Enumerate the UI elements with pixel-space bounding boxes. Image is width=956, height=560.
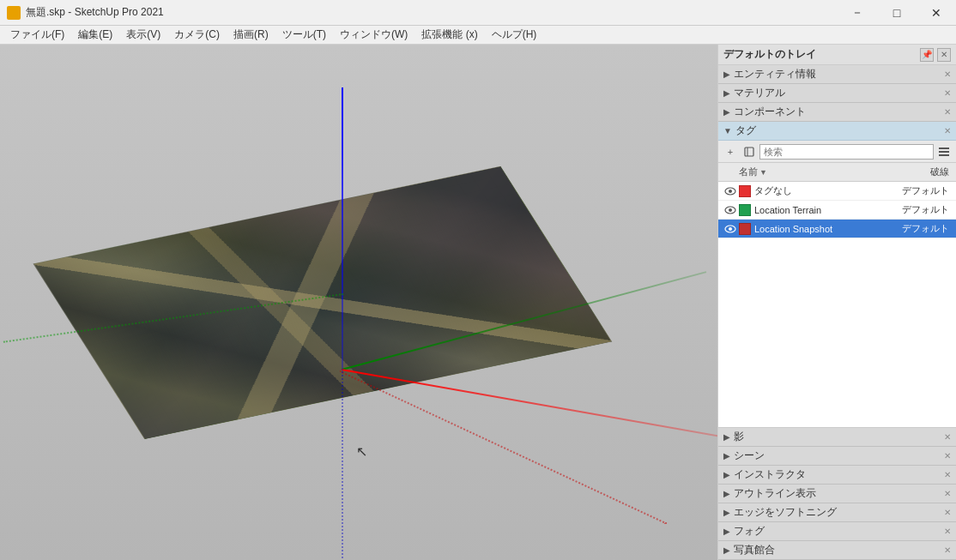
section-material[interactable]: ▶ マテリアル ✕: [718, 84, 956, 103]
main-layout: ↖ デフォルトのトレイ 📌 ✕ ▶ エンティティ情報 ✕ ▶ マテリアル ✕ ▶…: [0, 45, 956, 560]
menu-item-h[interactable]: ヘルプ(H): [485, 26, 544, 44]
section-label: コンポーネント: [734, 105, 944, 119]
section-label: エンティティ情報: [734, 67, 944, 81]
app-icon: [7, 6, 21, 20]
section-close-icon[interactable]: ✕: [944, 527, 951, 536]
section-close-icon[interactable]: ✕: [944, 508, 951, 517]
section-label: 影: [734, 430, 944, 444]
tag-color-swatch: [739, 204, 751, 216]
section-instructor[interactable]: ▶ インストラクタ ✕: [718, 466, 956, 485]
tray-close-button[interactable]: ✕: [937, 48, 951, 62]
add-tag-button[interactable]: +: [722, 143, 739, 160]
arrow-icon: ▶: [723, 432, 730, 442]
right-panel: デフォルトのトレイ 📌 ✕ ▶ エンティティ情報 ✕ ▶ マテリアル ✕ ▶ コ…: [717, 45, 956, 560]
section-close-icon[interactable]: ✕: [944, 489, 951, 498]
eye-icon: [724, 187, 736, 196]
dashed-column-header: 破線: [901, 166, 953, 178]
menu-item-w[interactable]: ウィンドウ(W): [333, 26, 414, 44]
arrow-icon: ▶: [723, 527, 730, 536]
section-close-icon[interactable]: ✕: [944, 126, 951, 135]
name-col-label: 名前: [739, 166, 758, 178]
tag-color-swatch: [739, 185, 751, 197]
viewport[interactable]: ↖: [0, 45, 717, 560]
section-photo[interactable]: ▶ 写真館合 ✕: [718, 541, 956, 560]
section-close-icon[interactable]: ✕: [944, 432, 951, 442]
section-entity-info[interactable]: ▶ エンティティ情報 ✕: [718, 65, 956, 84]
tags-header[interactable]: ▼ タグ ✕: [718, 122, 956, 141]
arrow-icon: ▶: [723, 545, 730, 555]
tag-settings-button[interactable]: [935, 143, 953, 160]
section-close-icon[interactable]: ✕: [944, 545, 951, 555]
title-left: 無題.skp - SketchUp Pro 2021: [0, 5, 164, 20]
arrow-icon: ▶: [723, 508, 730, 517]
visibility-eye-icon[interactable]: [722, 206, 739, 214]
section-close-icon[interactable]: ✕: [944, 69, 951, 79]
menu-item-r[interactable]: 描画(R): [227, 26, 275, 44]
sort-arrow-icon: ▼: [759, 168, 767, 177]
tray-header: デフォルトのトレイ 📌 ✕: [718, 45, 956, 65]
menu-bar: ファイル(F)編集(E)表示(V)カメラ(C)描画(R)ツール(T)ウィンドウ(…: [0, 26, 956, 45]
section-label: 写真館合: [734, 543, 944, 557]
arrow-icon: ▶: [723, 69, 730, 79]
tags-column-header: 名前 ▼ 破線: [718, 163, 956, 182]
svg-point-6: [729, 190, 732, 193]
tag-icon: [743, 146, 755, 158]
tags-section-label: タグ: [735, 123, 944, 138]
section-label: フォグ: [734, 524, 944, 539]
arrow-icon: ▶: [723, 470, 730, 479]
arrow-icon: ▶: [723, 451, 730, 461]
section-softening[interactable]: ▶ エッジをソフトニング ✕: [718, 503, 956, 522]
section-label: アウトライン表示: [734, 486, 944, 501]
bottom-sections: ▶ 影 ✕ ▶ シーン ✕ ▶ インストラクタ ✕ ▶ アウトライン表示 ✕ ▶: [718, 427, 956, 560]
section-component[interactable]: ▶ コンポーネント ✕: [718, 103, 956, 122]
tag-menu-button[interactable]: [741, 143, 758, 160]
menu-item-e[interactable]: 編集(E): [71, 26, 119, 44]
section-label: インストラクタ: [734, 467, 944, 482]
section-shadow[interactable]: ▶ 影 ✕: [718, 428, 956, 447]
visibility-eye-icon[interactable]: [722, 187, 739, 196]
tag-name: Location Snapshot: [754, 224, 901, 234]
section-close-icon[interactable]: ✕: [944, 451, 951, 461]
menu-item-f[interactable]: ファイル(F): [3, 26, 71, 44]
svg-rect-2: [939, 148, 949, 149]
svg-point-10: [729, 227, 732, 231]
tag-row-location-snapshot[interactable]: Location Snapshot デフォルト: [718, 220, 956, 238]
window-title: 無題.skp - SketchUp Pro 2021: [26, 5, 164, 20]
section-outline[interactable]: ▶ アウトライン表示 ✕: [718, 485, 956, 503]
arrow-icon: ▶: [723, 107, 730, 117]
eye-icon: [724, 225, 736, 233]
menu-item-t[interactable]: ツール(T): [275, 26, 333, 44]
svg-rect-4: [939, 154, 949, 156]
arrow-icon: ▶: [723, 489, 730, 498]
section-close-icon[interactable]: ✕: [944, 88, 951, 98]
minimize-button[interactable]: －: [838, 0, 877, 26]
svg-rect-3: [939, 151, 949, 153]
visibility-eye-icon[interactable]: [722, 225, 739, 233]
tag-name: Location Terrain: [754, 205, 901, 215]
svg-rect-0: [745, 148, 753, 156]
section-fog[interactable]: ▶ フォグ ✕: [718, 522, 956, 541]
arrow-icon: ▼: [723, 126, 732, 135]
dotted-blue-line: [342, 369, 343, 560]
menu-item-v[interactable]: 表示(V): [119, 26, 167, 44]
y-axis: [342, 87, 343, 370]
section-close-icon[interactable]: ✕: [944, 470, 951, 479]
name-column-header[interactable]: 名前 ▼: [739, 166, 901, 178]
tag-row-location-terrain[interactable]: Location Terrain デフォルト: [718, 201, 956, 220]
menu-item-x[interactable]: 拡張機能 (x): [414, 26, 484, 44]
maximize-button[interactable]: □: [877, 0, 917, 26]
section-close-icon[interactable]: ✕: [944, 107, 951, 117]
tag-search-input[interactable]: [759, 144, 934, 160]
title-bar: 無題.skp - SketchUp Pro 2021 － □ ✕: [0, 0, 956, 26]
menu-item-c[interactable]: カメラ(C): [167, 26, 227, 44]
section-label: エッジをソフトニング: [734, 505, 944, 520]
tray-title: デフォルトのトレイ: [723, 47, 816, 62]
tag-default-label: デフォルト: [901, 184, 953, 197]
close-button[interactable]: ✕: [917, 0, 956, 26]
tag-row-none[interactable]: タグなし デフォルト: [718, 182, 956, 201]
section-scene[interactable]: ▶ シーン ✕: [718, 447, 956, 466]
tray-controls: 📌 ✕: [920, 48, 951, 62]
tag-name: タグなし: [754, 184, 901, 197]
pin-button[interactable]: 📌: [920, 48, 934, 62]
cursor-icon: ↖: [356, 443, 370, 461]
